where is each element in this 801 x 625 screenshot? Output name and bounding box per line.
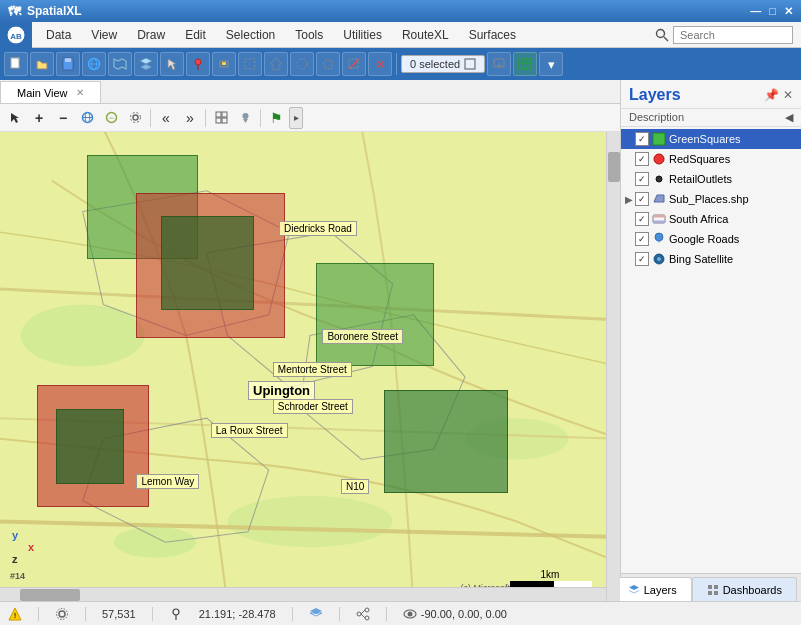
- search-input[interactable]: [673, 26, 793, 44]
- mt-zoomout-button[interactable]: −: [52, 107, 74, 129]
- svg-rect-37: [222, 112, 227, 117]
- layer-check-subplaces[interactable]: [635, 192, 649, 206]
- layer-name-subplaces: Sub_Places.shp: [669, 193, 749, 205]
- status-warning: !: [8, 607, 22, 621]
- menu-utilities[interactable]: Utilities: [333, 22, 392, 48]
- menu-tools[interactable]: Tools: [285, 22, 333, 48]
- layer-check-bingsatellite[interactable]: [635, 252, 649, 266]
- layers-close-button[interactable]: ✕: [783, 88, 793, 102]
- layer-item-bingsatellite[interactable]: Bing Satellite: [621, 249, 801, 269]
- tb-new-button[interactable]: [4, 52, 28, 76]
- mt-extra-button[interactable]: ▸: [289, 107, 303, 129]
- menu-routexl[interactable]: RouteXL: [392, 22, 459, 48]
- mt-dropdown-button[interactable]: [234, 107, 256, 129]
- tb-open-button[interactable]: [30, 52, 54, 76]
- menu-view[interactable]: View: [81, 22, 127, 48]
- settings-icon: [55, 607, 69, 621]
- svg-rect-38: [216, 118, 221, 123]
- tb-export2-button[interactable]: [513, 52, 537, 76]
- tb-select4-button[interactable]: [316, 52, 340, 76]
- layer-item-googleroads[interactable]: Google Roads: [621, 229, 801, 249]
- mt-settings-button[interactable]: [124, 107, 146, 129]
- layer-item-redsquares[interactable]: RedSquares: [621, 149, 801, 169]
- svg-point-56: [656, 176, 662, 182]
- mt-next-button[interactable]: »: [179, 107, 201, 129]
- status-settings[interactable]: [55, 607, 69, 621]
- layer-check-southafrica[interactable]: [635, 212, 649, 226]
- mt-globe2-button[interactable]: [100, 107, 122, 129]
- mt-cursor-button[interactable]: [4, 107, 26, 129]
- btab-dashboards[interactable]: Dashboards: [692, 577, 797, 601]
- svg-rect-16: [222, 62, 226, 65]
- svg-rect-36: [216, 112, 221, 117]
- mt-zoomin-button[interactable]: +: [28, 107, 50, 129]
- layer-item-greensquares[interactable]: GreenSquares: [621, 129, 801, 149]
- svg-line-82: [361, 614, 365, 618]
- tb-globe-button[interactable]: [82, 52, 106, 76]
- tb-more-button[interactable]: ▾: [539, 52, 563, 76]
- mt-bookmark-button[interactable]: ⚑: [265, 107, 287, 129]
- layer-item-subplaces[interactable]: ▶ Sub_Places.shp: [621, 189, 801, 209]
- map-scrollbar-horizontal[interactable]: [0, 587, 606, 601]
- svg-point-2: [657, 29, 665, 37]
- tb-shape-button[interactable]: [212, 52, 236, 76]
- status-share-icon: [356, 607, 370, 621]
- svg-rect-60: [653, 221, 665, 224]
- tb-select5-button[interactable]: [342, 52, 366, 76]
- mt-grid-button[interactable]: [210, 107, 232, 129]
- mt-prev-button[interactable]: «: [155, 107, 177, 129]
- map-tab-close[interactable]: ✕: [76, 87, 84, 98]
- close-button[interactable]: ✕: [784, 5, 793, 18]
- map-id: #14: [10, 571, 25, 581]
- menu-selection[interactable]: Selection: [216, 22, 285, 48]
- layer-check-googleroads[interactable]: [635, 232, 649, 246]
- green-rect-2: [316, 263, 434, 366]
- toolbar-separator-1: [396, 53, 397, 75]
- layer-check-retailoutlets[interactable]: [635, 172, 649, 186]
- mt-globe-button[interactable]: [76, 107, 98, 129]
- layer-item-southafrica[interactable]: South Africa: [621, 209, 801, 229]
- menu-edit[interactable]: Edit: [175, 22, 216, 48]
- layers-collapse-button[interactable]: ◀: [785, 111, 793, 124]
- svg-marker-57: [654, 195, 664, 202]
- svg-point-40: [242, 113, 248, 119]
- layer-check-redsquares[interactable]: [635, 152, 649, 166]
- btab-layers[interactable]: Layers: [613, 577, 692, 601]
- map-scrollbar-vertical[interactable]: [606, 132, 620, 601]
- layer-name-bingsatellite: Bing Satellite: [669, 253, 733, 265]
- tb-map-button[interactable]: [108, 52, 132, 76]
- svg-point-34: [133, 115, 138, 120]
- layer-check-greensquares[interactable]: [635, 132, 649, 146]
- minimize-button[interactable]: —: [750, 5, 761, 18]
- layers-pin-button[interactable]: 📌: [764, 88, 779, 102]
- maximize-button[interactable]: □: [769, 5, 776, 18]
- status-coords-icon: [169, 607, 183, 621]
- menu-data[interactable]: Data: [36, 22, 81, 48]
- menu-draw[interactable]: Draw: [127, 22, 175, 48]
- layer-name-redsquares: RedSquares: [669, 153, 730, 165]
- tb-save-button[interactable]: [56, 52, 80, 76]
- layers-panel-title: Layers: [629, 86, 681, 104]
- map-tab-main[interactable]: Main View ✕: [0, 81, 101, 103]
- svg-marker-65: [629, 590, 639, 594]
- tb-select2-button[interactable]: [264, 52, 288, 76]
- map-area: Main View ✕ + − « »: [0, 80, 621, 601]
- tb-export1-button[interactable]: [487, 52, 511, 76]
- layers-list: GreenSquares RedSquares RetailOutlets: [621, 127, 801, 573]
- layers-description: Description ◀: [621, 109, 801, 127]
- tb-select-button[interactable]: [238, 52, 262, 76]
- status-zoom: 57,531: [102, 608, 136, 620]
- layer-item-retailoutlets[interactable]: RetailOutlets: [621, 169, 801, 189]
- tb-clear-button[interactable]: ✕: [368, 52, 392, 76]
- tb-select3-button[interactable]: [290, 52, 314, 76]
- tb-cursor-button[interactable]: [160, 52, 184, 76]
- mt-sep-3: [260, 109, 261, 127]
- panel-bottom-tabs: Layers Dashboards: [621, 573, 801, 601]
- svg-point-79: [365, 616, 369, 620]
- map-canvas[interactable]: Diedricks Road Boronere Street Mentorte …: [0, 132, 620, 601]
- menu-surfaces[interactable]: Surfaces: [459, 22, 526, 48]
- axis-z: z: [12, 553, 18, 565]
- tb-pin-button[interactable]: [186, 52, 210, 76]
- statusbar: ! 57,531 21.191; -28.478 -90.00, 0.00, 0…: [0, 601, 801, 625]
- tb-layer-button[interactable]: [134, 52, 158, 76]
